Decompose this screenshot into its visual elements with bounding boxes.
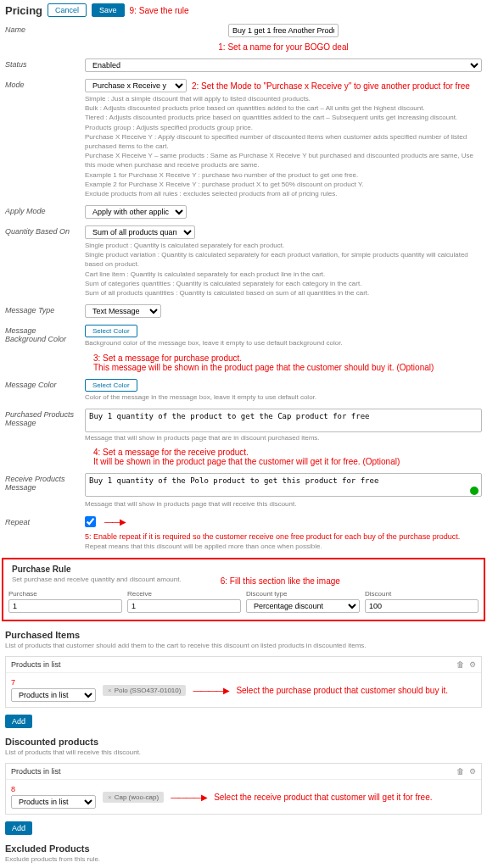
purchased-msg-label: Purchased Products Message bbox=[5, 409, 78, 427]
excluded-heading: Excluded Products bbox=[0, 838, 487, 855]
add-purchased-button[interactable]: Add bbox=[5, 715, 32, 728]
status-label: Status bbox=[5, 58, 78, 69]
annotation-3: 3: Set a message for purchase product. T… bbox=[93, 353, 434, 372]
annotation-1: 1: Set a name for your BOGO deal bbox=[218, 42, 348, 52]
cancel-button[interactable]: Cancel bbox=[48, 3, 87, 17]
save-button[interactable]: Save bbox=[92, 3, 125, 17]
repeat-checkbox[interactable] bbox=[85, 516, 96, 527]
purchase-rule-section: Purchase Rule Set purchase and receive q… bbox=[2, 558, 485, 621]
trash-icon[interactable]: 🗑 bbox=[456, 660, 464, 669]
arrow-icon: ——▶ bbox=[104, 517, 126, 526]
annotation-receive-note: Select the receive product that customer… bbox=[214, 793, 432, 802]
tag-remove-icon[interactable]: × bbox=[108, 793, 112, 801]
annotation-9: 9: Save the rule bbox=[130, 6, 189, 15]
col-discount-label: Discount bbox=[365, 590, 479, 598]
annotation-2: 2: Set the Mode to "Purchase x Receive y… bbox=[192, 81, 470, 91]
purchased-filter-select[interactable]: Products in list bbox=[11, 688, 96, 702]
purchased-msg-help: Message that will show in products page … bbox=[85, 434, 320, 442]
msg-type-select[interactable]: Text Message bbox=[85, 304, 161, 318]
receive-msg-label: Receive Products Message bbox=[5, 473, 78, 492]
purchase-rule-sub: Set purchase and receive quantity and di… bbox=[7, 576, 187, 587]
mode-help: Simple : Just a simple discount that wil… bbox=[85, 94, 482, 198]
purchase-rule-title: Purchase Rule bbox=[7, 563, 480, 576]
purchase-qty-input[interactable] bbox=[8, 599, 122, 613]
msg-color-label: Message Color bbox=[5, 379, 78, 389]
page-title: Pricing bbox=[5, 4, 42, 17]
name-input[interactable] bbox=[228, 24, 339, 37]
qty-select[interactable]: Sum of all products quantities bbox=[85, 225, 195, 239]
msg-color-help: Color of the message in the message box,… bbox=[85, 393, 482, 402]
mode-label: Mode bbox=[5, 79, 78, 89]
repeat-help: Repeat means that this discount will be … bbox=[85, 542, 482, 551]
bg-color-button[interactable]: Select Color bbox=[85, 325, 137, 337]
purchased-items-panel: Products in list 🗑 ⚙ 7 Products in list … bbox=[5, 656, 482, 708]
panel-label: Products in list bbox=[11, 767, 61, 776]
msg-color-button[interactable]: Select Color bbox=[85, 379, 137, 392]
arrow-icon: ————▶ bbox=[193, 686, 229, 695]
annotation-5: 5: Enable repeat if it is required so th… bbox=[85, 532, 460, 541]
annotation-4: 4: Set a message for the receive product… bbox=[93, 448, 400, 466]
gear-icon[interactable]: ⚙ bbox=[469, 767, 476, 776]
discounted-heading: Discounted products bbox=[0, 732, 487, 748]
receive-msg-help: Message that will show in products page … bbox=[85, 500, 482, 509]
add-discounted-button[interactable]: Add bbox=[5, 821, 32, 835]
repeat-label: Repeat bbox=[5, 516, 78, 526]
arrow-icon: ————▶ bbox=[171, 793, 207, 802]
product-tag[interactable]: ×Polo (SSO437-01010) bbox=[103, 685, 186, 696]
mode-select[interactable]: Purchase x Receive y bbox=[85, 79, 187, 92]
gear-icon[interactable]: ⚙ bbox=[469, 660, 476, 669]
trash-icon[interactable]: 🗑 bbox=[456, 767, 464, 776]
annotation-7: 7 bbox=[11, 678, 96, 687]
msg-type-label: Message Type bbox=[5, 304, 78, 314]
col-type-label: Discount type bbox=[246, 590, 360, 598]
bg-color-help: Background color of the message box, lea… bbox=[85, 339, 343, 348]
qty-label: Quantity Based On bbox=[5, 225, 78, 236]
product-tag[interactable]: ×Cap (woo-cap) bbox=[103, 792, 164, 803]
excluded-sub: Exclude products from this rule. bbox=[0, 855, 487, 866]
discount-type-select[interactable]: Percentage discount bbox=[246, 599, 360, 613]
purchased-items-sub: List of products that customer should ad… bbox=[0, 642, 487, 653]
name-label: Name bbox=[5, 24, 78, 34]
receive-msg-input[interactable]: Buy 1 quantity of the Polo product to ge… bbox=[85, 473, 482, 497]
tag-remove-icon[interactable]: × bbox=[108, 687, 112, 694]
annotation-8: 8 bbox=[11, 785, 96, 793]
apply-mode-label: Apply Mode bbox=[5, 205, 78, 215]
receive-qty-input[interactable] bbox=[127, 599, 241, 613]
discounted-sub: List of products that will receive this … bbox=[0, 748, 487, 760]
discounted-panel: Products in list 🗑 ⚙ 8 Products in list … bbox=[5, 763, 482, 815]
discounted-filter-select[interactable]: Products in list bbox=[11, 795, 96, 809]
annotation-6: 6: Fill this section like the image bbox=[221, 576, 340, 586]
col-purchase-label: Purchase bbox=[8, 590, 122, 598]
purchased-items-heading: Purchased Items bbox=[0, 625, 487, 642]
bg-color-label: Message Background Color bbox=[5, 325, 78, 343]
panel-label: Products in list bbox=[11, 660, 61, 669]
col-receive-label: Receive bbox=[127, 590, 241, 598]
qty-help: Single product : Quantity is calculated … bbox=[85, 241, 482, 298]
annotation-purchase-note: Select the purchase product that custome… bbox=[236, 686, 448, 695]
discount-input[interactable] bbox=[365, 599, 479, 613]
apply-mode-select[interactable]: Apply with other applicable rules bbox=[85, 205, 187, 219]
purchased-msg-input[interactable]: Buy 1 quantity of the product to get the… bbox=[85, 409, 482, 432]
status-select[interactable]: Enabled bbox=[85, 58, 482, 72]
